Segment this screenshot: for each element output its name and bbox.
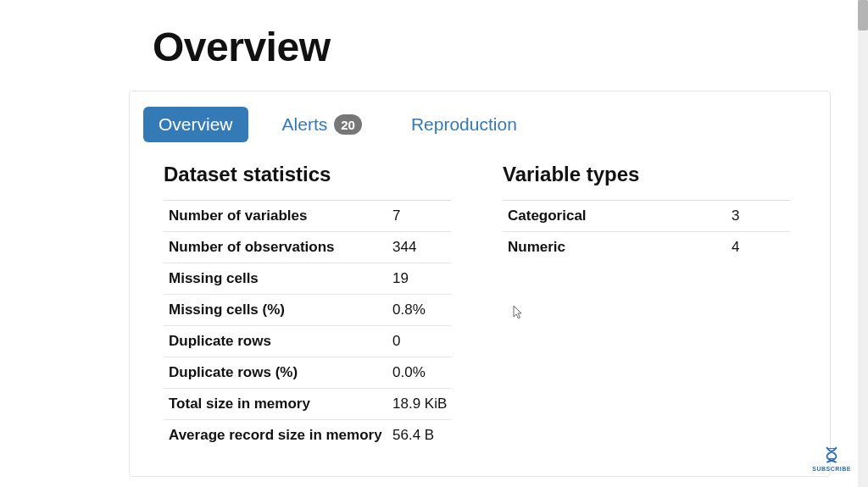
stat-value: 7: [392, 208, 452, 224]
stat-label: Duplicate rows: [169, 333, 392, 350]
dataset-statistics-column: Dataset statistics Number of variables 7…: [164, 163, 452, 451]
stat-label: Total size in memory: [169, 396, 392, 412]
tab-alerts[interactable]: Alerts 20: [267, 107, 377, 142]
stat-row: Total size in memory 18.9 KiB: [164, 388, 452, 419]
scrollbar-track[interactable]: [858, 0, 868, 487]
tab-alerts-label: Alerts: [282, 114, 328, 135]
alerts-count-badge: 20: [334, 114, 362, 135]
stat-row: Numeric 4: [503, 231, 791, 263]
subscribe-label: SUBSCRIBE: [812, 466, 851, 472]
stat-label: Missing cells (%): [169, 302, 392, 318]
tab-overview[interactable]: Overview: [143, 107, 248, 142]
tab-reproduction[interactable]: Reproduction: [396, 107, 532, 142]
stat-label: Numeric: [508, 239, 732, 256]
stat-value: 4: [732, 239, 791, 256]
dna-icon: [822, 445, 841, 464]
stat-label: Number of variables: [169, 208, 392, 224]
tab-bar: Overview Alerts 20 Reproduction: [143, 107, 816, 142]
stat-row: Categorical 3: [503, 200, 791, 231]
scrollbar-thumb[interactable]: [858, 0, 868, 30]
overview-panel: Overview Alerts 20 Reproduction Dataset …: [129, 91, 831, 477]
page-title: Overview: [153, 24, 868, 70]
variable-types-title: Variable types: [503, 163, 791, 191]
tab-reproduction-label: Reproduction: [411, 114, 517, 135]
columns: Dataset statistics Number of variables 7…: [143, 163, 816, 451]
stat-value: 18.9 KiB: [392, 396, 452, 412]
cursor-icon: [513, 305, 523, 320]
stat-row: Average record size in memory 56.4 B: [164, 419, 452, 451]
tab-overview-label: Overview: [159, 114, 233, 135]
stat-value: 19: [392, 270, 452, 287]
stat-value: 0.0%: [392, 364, 452, 381]
variable-types-column: Variable types Categorical 3 Numeric 4: [503, 163, 791, 451]
dataset-statistics-title: Dataset statistics: [164, 163, 452, 191]
stat-label: Average record size in memory: [169, 427, 392, 444]
stat-value: 344: [392, 239, 452, 256]
stat-value: 3: [732, 208, 791, 224]
subscribe-button[interactable]: SUBSCRIBE: [812, 445, 851, 472]
stat-label: Missing cells: [169, 270, 392, 287]
stat-value: 0: [392, 333, 452, 350]
stat-row: Missing cells 19: [164, 263, 452, 294]
stat-label: Duplicate rows (%): [169, 364, 392, 381]
dataset-statistics-table: Number of variables 7 Number of observat…: [164, 200, 452, 451]
stat-row: Missing cells (%) 0.8%: [164, 294, 452, 325]
stat-row: Number of observations 344: [164, 231, 452, 263]
stat-row: Number of variables 7: [164, 200, 452, 231]
stat-row: Duplicate rows (%) 0.0%: [164, 357, 452, 388]
variable-types-table: Categorical 3 Numeric 4: [503, 200, 791, 263]
stat-value: 0.8%: [392, 302, 452, 318]
stat-value: 56.4 B: [392, 427, 452, 444]
stat-label: Categorical: [508, 208, 732, 224]
stat-row: Duplicate rows 0: [164, 325, 452, 357]
stat-label: Number of observations: [169, 239, 392, 256]
